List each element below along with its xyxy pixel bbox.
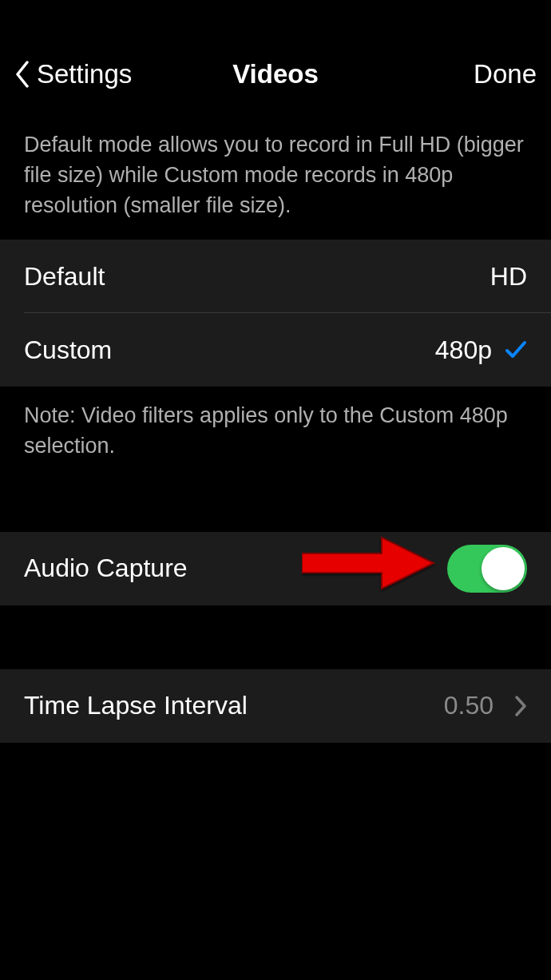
mode-section-header: Default mode allows you to record in Ful… — [0, 113, 551, 240]
done-button[interactable]: Done — [474, 59, 537, 89]
chevron-left-icon — [14, 61, 30, 88]
back-label: Settings — [37, 59, 132, 89]
custom-value: 480p — [435, 335, 492, 365]
audio-capture-label: Audio Capture — [24, 553, 188, 583]
timelapse-value: 0.50 — [444, 691, 494, 720]
checkmark-icon — [505, 339, 527, 361]
default-label: Default — [24, 262, 105, 292]
back-button[interactable]: Settings — [14, 59, 158, 89]
chevron-right-icon — [514, 695, 527, 717]
navbar: Settings Videos Done — [0, 36, 551, 113]
timelapse-group: Time Lapse Interval 0.50 — [0, 669, 551, 743]
toggle-knob — [482, 547, 525, 590]
default-mode-row[interactable]: Default HD — [0, 240, 551, 313]
timelapse-label: Time Lapse Interval — [24, 691, 248, 720]
custom-label: Custom — [24, 335, 112, 365]
mode-options-group: Default HD Custom 480p — [0, 240, 551, 387]
timelapse-row[interactable]: Time Lapse Interval 0.50 — [0, 669, 551, 743]
audio-capture-group: Audio Capture — [0, 532, 551, 605]
default-value: HD — [490, 262, 527, 292]
audio-capture-toggle[interactable] — [447, 545, 527, 593]
page-title: Videos — [158, 59, 393, 89]
audio-capture-row: Audio Capture — [0, 532, 551, 605]
mode-section-footer: Note: Video filters applies only to the … — [0, 387, 551, 478]
custom-mode-row[interactable]: Custom 480p — [0, 313, 551, 387]
